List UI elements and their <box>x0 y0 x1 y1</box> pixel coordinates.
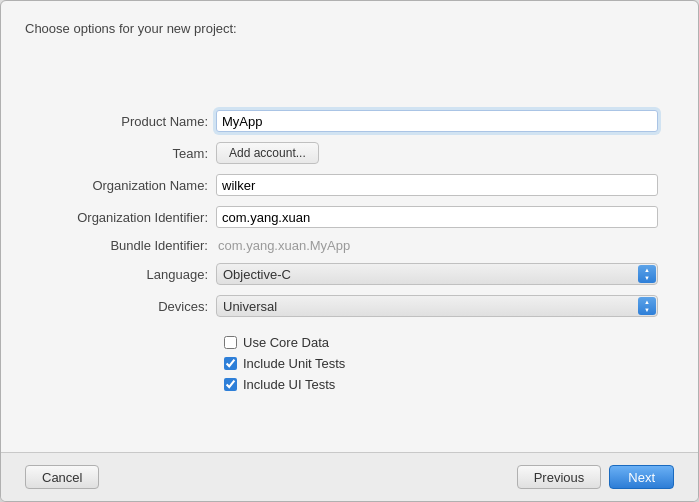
include-ui-tests-checkbox[interactable] <box>224 378 237 391</box>
footer-right: Previous Next <box>517 465 674 489</box>
bundle-id-value: com.yang.xuan.MyApp <box>216 238 350 253</box>
next-button[interactable]: Next <box>609 465 674 489</box>
org-name-input[interactable] <box>216 174 658 196</box>
product-name-input[interactable] <box>216 110 658 132</box>
previous-button[interactable]: Previous <box>517 465 602 489</box>
form-content: Product Name: Team: Add account... Organ… <box>1 46 698 452</box>
cancel-button[interactable]: Cancel <box>25 465 99 489</box>
org-id-row: Organization Identifier: <box>41 206 658 228</box>
product-name-label: Product Name: <box>41 114 216 129</box>
product-name-row: Product Name: <box>41 110 658 132</box>
bundle-id-label: Bundle Identifier: <box>41 238 216 253</box>
checkbox-section: Use Core Data Include Unit Tests Include… <box>224 335 658 398</box>
use-core-data-checkbox[interactable] <box>224 336 237 349</box>
language-label: Language: <box>41 267 216 282</box>
dialog-footer: Cancel Previous Next <box>1 452 698 501</box>
org-id-label: Organization Identifier: <box>41 210 216 225</box>
header-text: Choose options for your new project: <box>25 21 237 36</box>
dialog: Choose options for your new project: Pro… <box>0 0 699 502</box>
org-name-label: Organization Name: <box>41 178 216 193</box>
devices-select-wrapper: Universal iPhone iPad <box>216 295 658 317</box>
include-unit-tests-label[interactable]: Include Unit Tests <box>243 356 345 371</box>
add-account-button[interactable]: Add account... <box>216 142 319 164</box>
include-ui-tests-row: Include UI Tests <box>224 377 658 392</box>
use-core-data-row: Use Core Data <box>224 335 658 350</box>
org-name-row: Organization Name: <box>41 174 658 196</box>
bundle-id-row: Bundle Identifier: com.yang.xuan.MyApp <box>41 238 658 253</box>
team-row: Team: Add account... <box>41 142 658 164</box>
devices-label: Devices: <box>41 299 216 314</box>
include-unit-tests-row: Include Unit Tests <box>224 356 658 371</box>
dialog-header: Choose options for your new project: <box>1 1 698 46</box>
devices-select[interactable]: Universal iPhone iPad <box>216 295 658 317</box>
footer-left: Cancel <box>25 465 99 489</box>
devices-row: Devices: Universal iPhone iPad <box>41 295 658 317</box>
use-core-data-label[interactable]: Use Core Data <box>243 335 329 350</box>
language-row: Language: Objective-C Swift <box>41 263 658 285</box>
team-label: Team: <box>41 146 216 161</box>
org-id-input[interactable] <box>216 206 658 228</box>
language-select[interactable]: Objective-C Swift <box>216 263 658 285</box>
include-unit-tests-checkbox[interactable] <box>224 357 237 370</box>
include-ui-tests-label[interactable]: Include UI Tests <box>243 377 335 392</box>
language-select-wrapper: Objective-C Swift <box>216 263 658 285</box>
